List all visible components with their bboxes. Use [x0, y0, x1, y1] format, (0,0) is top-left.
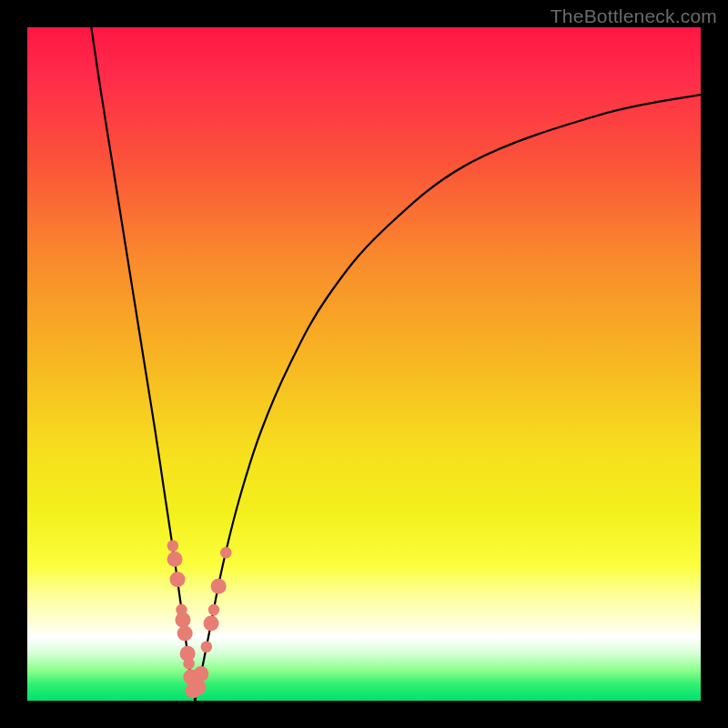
chart-frame: TheBottleneck.com [0, 0, 728, 728]
data-marker [183, 658, 195, 670]
data-marker [167, 541, 179, 552]
curve-left-branch [91, 27, 195, 701]
data-markers [167, 541, 232, 699]
data-marker [193, 666, 208, 682]
data-marker [211, 579, 227, 594]
data-marker [208, 604, 220, 616]
data-marker [170, 571, 186, 587]
data-marker [167, 551, 183, 567]
data-marker [220, 547, 232, 559]
data-marker [177, 625, 193, 641]
data-marker [201, 642, 213, 653]
watermark-text: TheBottleneck.com [551, 5, 717, 27]
curve-right-branch [195, 95, 701, 701]
data-marker [204, 615, 219, 631]
data-marker [190, 680, 206, 695]
plot-area [27, 27, 701, 701]
data-marker [175, 612, 190, 628]
curve-layer [27, 27, 701, 701]
